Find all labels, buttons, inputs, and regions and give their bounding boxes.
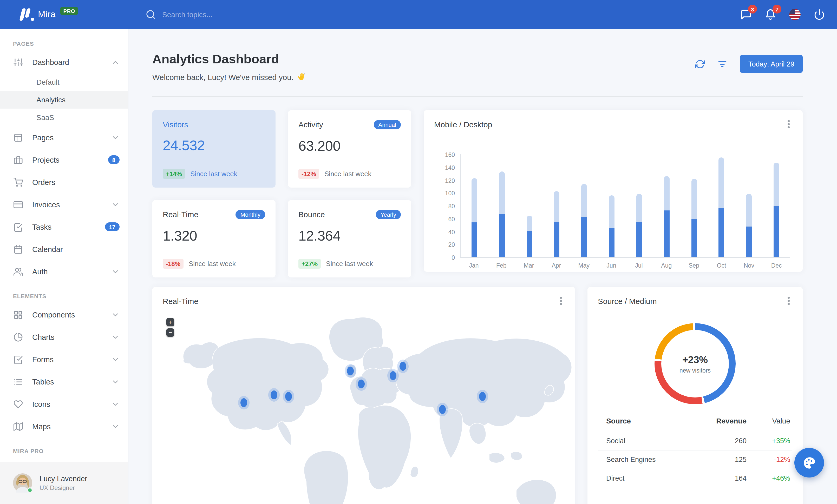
stat-caption: Since last week	[190, 170, 237, 178]
language-flag-us[interactable]	[789, 9, 801, 20]
chevron-down-icon	[111, 377, 120, 386]
navbar-search	[146, 10, 283, 20]
header-actions: Today: April 29	[695, 55, 803, 73]
filter-icon[interactable]	[718, 59, 728, 69]
chevron-down-icon	[111, 355, 120, 363]
bar-Apr	[543, 154, 571, 257]
user-role: UX Designer	[39, 484, 87, 491]
pro-badge: PRO	[60, 7, 78, 15]
notifications-count-badge: 7	[772, 5, 781, 14]
sidebar-item-label: Auth	[32, 267, 111, 276]
y-tick: 100	[445, 190, 455, 197]
date-button[interactable]: Today: April 29	[740, 55, 803, 73]
chart-title: Mobile / Desktop	[434, 120, 492, 129]
y-tick: 160	[445, 152, 455, 158]
chevron-down-icon	[111, 333, 120, 341]
welcome-message: Welcome back, Lucy! We've missed you.	[152, 72, 306, 81]
navbar-actions: 3 7	[740, 9, 837, 20]
search-input[interactable]	[161, 10, 283, 19]
sidebar-item-tables[interactable]: Tables	[0, 371, 128, 393]
user-name: Lucy Lavender	[39, 474, 87, 483]
sidebar-item-projects[interactable]: Projects 8	[0, 149, 128, 171]
sidebar-user-footer[interactable]: Lucy Lavender UX Designer	[0, 462, 128, 504]
sidebar-section-mira-pro: MIRA PRO	[13, 448, 128, 454]
sidebar-item-label: Pages	[32, 133, 111, 142]
sidebar-item-pages[interactable]: Pages	[0, 126, 128, 149]
col-source: Source	[606, 417, 689, 425]
sidebar-item-label: Icons	[32, 400, 111, 408]
sidebar-item-invoices[interactable]: Invoices	[0, 193, 128, 216]
x-label: Oct	[708, 258, 735, 268]
sidebar-item-orders[interactable]: Orders	[0, 171, 128, 193]
cell-value: +46%	[747, 474, 790, 482]
more-vertical-icon[interactable]	[784, 296, 793, 305]
y-tick: 80	[448, 203, 455, 209]
bar-Feb	[488, 154, 516, 257]
sign-out-button[interactable]	[814, 9, 825, 20]
chevron-down-icon	[111, 267, 120, 276]
source-table-header: Source Revenue Value	[598, 411, 792, 432]
projects-count-badge: 8	[108, 155, 120, 164]
refresh-icon[interactable]	[695, 59, 705, 69]
map-zoom-in-button[interactable]: +	[166, 318, 174, 326]
map-card-title: Real-Time	[163, 297, 198, 305]
sidebar-subitem-analytics[interactable]: Analytics	[0, 91, 128, 109]
more-vertical-icon[interactable]	[556, 296, 566, 305]
stat-card-visitors: Visitors 24.532 +14%Since last week	[152, 110, 275, 188]
sidebar-item-auth[interactable]: Auth	[0, 260, 128, 283]
sidebar-item-label: Dashboard	[32, 58, 111, 66]
cell-value: +35%	[747, 437, 790, 445]
sidebar-item-icons[interactable]: Icons	[0, 393, 128, 415]
donut-center-value: +23%	[682, 354, 708, 366]
sidebar-item-dashboard[interactable]: Dashboard	[0, 51, 128, 73]
map-marker	[439, 405, 446, 414]
sidebar-item-charts[interactable]: Charts	[0, 326, 128, 348]
grid-icon	[14, 310, 23, 319]
stat-caption: Since last week	[326, 260, 373, 267]
more-vertical-icon[interactable]	[784, 119, 793, 129]
theme-settings-button[interactable]	[795, 448, 824, 478]
col-value: Value	[747, 417, 790, 425]
sidebar-item-components[interactable]: Components	[0, 303, 128, 326]
shopping-cart-icon	[14, 178, 23, 187]
stat-title: Real-Time	[163, 210, 198, 219]
source-table-row: Direct164+46%	[598, 469, 792, 487]
avatar	[13, 473, 32, 492]
sidebar-item-maps[interactable]: Maps	[0, 415, 128, 437]
map-marker	[347, 367, 354, 375]
brand-name: Mira	[38, 10, 56, 20]
sidebar-item-label: Components	[32, 311, 111, 319]
bar-chart: 020406080100120140160 JanFebMarAprMayJun…	[434, 154, 790, 268]
sidebar-item-forms[interactable]: Forms	[0, 348, 128, 371]
brand[interactable]: Mira PRO	[0, 7, 128, 22]
source-card-title: Source / Medium	[598, 297, 657, 305]
mira-logo-icon	[19, 7, 33, 22]
map-zoom-out-button[interactable]: −	[166, 329, 174, 337]
sidebar-subitem-default[interactable]: Default	[0, 73, 128, 91]
map-marker	[390, 371, 396, 380]
messages-count-badge: 3	[748, 5, 757, 14]
sidebar-subitem-saas[interactable]: SaaS	[0, 109, 128, 126]
bar-chart-xlabels: JanFebMarAprMayJunJulAugSepOctNovDec	[460, 258, 790, 268]
notifications-button[interactable]: 7	[765, 9, 776, 20]
source-table-row: Social260+35%	[598, 432, 792, 450]
calendar-icon	[14, 244, 23, 254]
y-tick: 120	[445, 178, 455, 184]
app: Mira PRO 3 7 PAGES Dashboard	[0, 0, 837, 504]
bar-chart-bars	[460, 154, 790, 258]
sidebar-subitem-label: Default	[36, 78, 59, 86]
messages-button[interactable]: 3	[740, 9, 752, 20]
sidebar-item-label: Invoices	[32, 200, 111, 209]
sidebar-subitem-label: SaaS	[36, 113, 54, 122]
chevron-down-icon	[111, 200, 120, 209]
sidebar-item-tasks[interactable]: Tasks 17	[0, 216, 128, 238]
donut-center-label: new visitors	[679, 367, 711, 373]
sidebar-subitem-label: Analytics	[36, 96, 66, 104]
stat-delta-badge: +27%	[298, 259, 321, 268]
sidebar-item-label: Forms	[32, 355, 111, 363]
briefcase-icon	[14, 155, 23, 165]
sidebar: PAGES Dashboard Default Analytics SaaS P…	[0, 29, 128, 504]
sidebar-item-calendar[interactable]: Calendar	[0, 238, 128, 260]
palette-icon	[802, 456, 816, 469]
stat-value: 63.200	[298, 138, 401, 154]
